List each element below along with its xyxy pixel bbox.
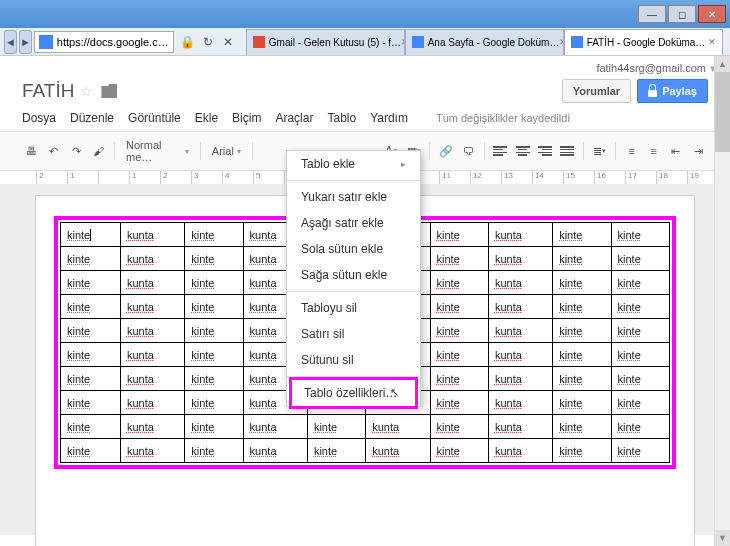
menu-item[interactable]: Satırı sil [287,321,420,347]
menu-item[interactable]: Sola sütun ekle [287,236,420,262]
table-cell[interactable]: kunta [120,367,184,391]
table-cell[interactable]: kinte [553,271,611,295]
align-left-icon[interactable] [491,139,510,163]
stop-icon[interactable]: ✕ [218,32,238,52]
table-cell[interactable]: kinte [185,223,243,247]
table-cell[interactable]: kunta [243,439,307,463]
undo-icon[interactable]: ↶ [44,139,63,163]
table-cell[interactable]: kinte [611,415,669,439]
table-cell[interactable]: kinte [185,271,243,295]
table-cell[interactable]: kinte [553,319,611,343]
table-cell[interactable]: kunta [488,391,552,415]
link-icon[interactable]: 🔗 [436,139,455,163]
font-select[interactable]: Arial [207,142,246,160]
table-cell[interactable]: kinte [430,343,488,367]
table-cell[interactable]: kinte [185,415,243,439]
table-cell[interactable]: kinte [430,295,488,319]
table-cell[interactable]: kinte [430,391,488,415]
doc-title[interactable]: FATİH [22,80,74,102]
menu-düzenle[interactable]: Düzenle [70,111,114,125]
table-cell[interactable]: kinte [61,439,121,463]
table-cell[interactable]: kunta [120,391,184,415]
home-icon[interactable]: ⌂ [727,31,730,53]
table-cell[interactable]: kinte [185,391,243,415]
address-bar[interactable]: https://docs.google.c… [34,31,174,53]
scroll-down-icon[interactable]: ▼ [715,530,730,546]
table-cell[interactable]: kunta [488,367,552,391]
table-cell[interactable]: kinte [61,391,121,415]
share-button[interactable]: Paylaş [637,79,708,103]
menu-item[interactable]: Tablo ekle [287,151,420,177]
menu-yardım[interactable]: Yardım [370,111,408,125]
comments-button[interactable]: Yorumlar [562,79,631,103]
forward-button[interactable]: ► [19,30,32,54]
table-cell[interactable]: kinte [611,271,669,295]
table-cell[interactable]: kinte [611,319,669,343]
outdent-icon[interactable]: ⇤ [666,139,685,163]
table-cell[interactable]: kunta [120,415,184,439]
table-cell[interactable]: kinte [61,271,121,295]
table-cell[interactable]: kinte [61,367,121,391]
menu-araçlar[interactable]: Araçlar [275,111,313,125]
scroll-up-icon[interactable]: ▲ [715,56,730,72]
menu-item[interactable]: Aşağı satır ekle [287,210,420,236]
table-cell[interactable]: kinte [430,247,488,271]
table-cell[interactable]: kinte [61,415,121,439]
table-cell[interactable]: kinte [61,295,121,319]
menu-biçim[interactable]: Biçim [232,111,261,125]
table-cell[interactable]: kunta [243,415,307,439]
table-cell[interactable]: kunta [120,271,184,295]
table-cell[interactable]: kinte [430,223,488,247]
paint-format-icon[interactable]: 🖌 [89,139,108,163]
indent-icon[interactable]: ⇥ [689,139,708,163]
comment-icon[interactable]: 🗨 [458,139,477,163]
table-cell[interactable]: kinte [185,343,243,367]
table-cell[interactable]: kinte [611,295,669,319]
table-cell[interactable]: kinte [611,391,669,415]
table-cell[interactable]: kinte [185,367,243,391]
table-cell[interactable]: kinte [553,367,611,391]
table-cell[interactable]: kinte [553,223,611,247]
browser-tab[interactable]: FATİH - Google Doküma…✕ [564,29,723,55]
browser-tab[interactable]: Ana Sayfa - Google Doküm…✕ [405,29,564,55]
table-cell[interactable]: kunta [120,319,184,343]
table-cell[interactable]: kunta [120,223,184,247]
table-cell[interactable]: kunta [366,415,430,439]
table-cell[interactable]: kinte [611,439,669,463]
table-cell[interactable]: kunta [488,271,552,295]
table-cell[interactable]: kinte [553,295,611,319]
table-cell[interactable]: kinte [611,247,669,271]
table-cell[interactable]: kinte [430,367,488,391]
table-cell[interactable]: kunta [488,223,552,247]
refresh-icon[interactable]: ↻ [198,32,218,52]
table-cell[interactable]: kunta [488,295,552,319]
menu-ekle[interactable]: Ekle [195,111,218,125]
numbered-list-icon[interactable]: ≡ [622,139,641,163]
redo-icon[interactable]: ↷ [67,139,86,163]
table-cell[interactable]: kunta [120,343,184,367]
bulleted-list-icon[interactable]: ≡ [644,139,663,163]
user-email[interactable]: fatih44srg@gmail.com [596,62,706,75]
maximize-button[interactable]: ◻ [668,5,696,23]
table-cell[interactable]: kinte [185,439,243,463]
table-cell[interactable]: kunta [488,439,552,463]
table-cell[interactable]: kinte [611,223,669,247]
table-cell[interactable]: kinte [307,439,365,463]
table-cell[interactable]: kinte [307,415,365,439]
table-cell[interactable]: kinte [430,319,488,343]
browser-tab[interactable]: Gmail - Gelen Kutusu (5) - f…✕ [246,29,405,55]
table-cell[interactable]: kinte [430,439,488,463]
folder-icon[interactable] [101,84,117,98]
menu-item[interactable]: Tabloyu sil [287,295,420,321]
table-cell[interactable]: kinte [611,343,669,367]
table-cell[interactable]: kunta [488,343,552,367]
back-button[interactable]: ◄ [4,30,17,54]
table-cell[interactable]: kinte [553,343,611,367]
table-cell[interactable]: kinte [185,319,243,343]
table-cell[interactable]: kunta [488,247,552,271]
table-cell[interactable]: kinte [430,415,488,439]
vertical-scrollbar[interactable]: ▲ ▼ [714,56,730,546]
scroll-thumb[interactable] [715,72,730,152]
style-select[interactable]: Normal me… [121,136,194,166]
table-cell[interactable]: kinte [553,439,611,463]
